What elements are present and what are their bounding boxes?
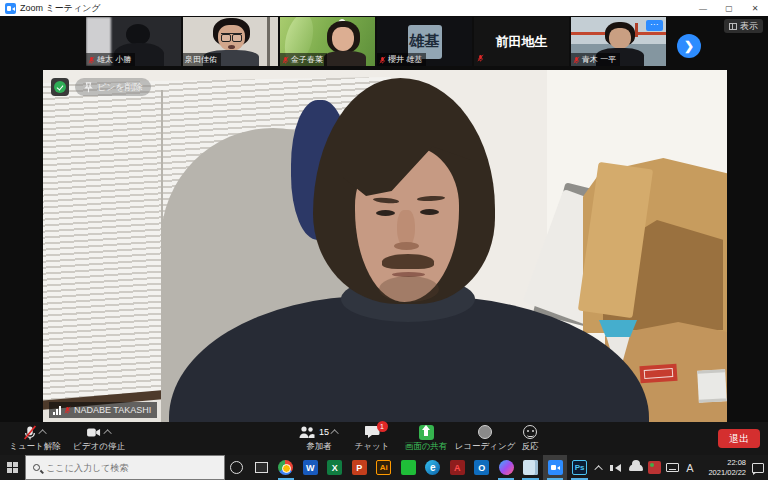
minimize-button[interactable]: — — [690, 0, 716, 16]
share-screen-icon — [419, 425, 434, 440]
taskbar-app-illustrator[interactable]: Ai — [372, 455, 396, 480]
speaker-face — [420, 209, 439, 215]
participant-name: 泉田佳佑 — [185, 54, 217, 65]
action-center-icon[interactable] — [750, 455, 766, 480]
tray-expand-chevron[interactable] — [592, 455, 608, 480]
chat-badge: 1 — [377, 421, 388, 432]
participants-chevron[interactable] — [330, 429, 338, 437]
chat-button[interactable]: 1 チャット — [352, 424, 392, 453]
glasses — [221, 33, 242, 39]
security-shield-icon[interactable] — [51, 78, 69, 96]
record-button[interactable]: レコーディング — [456, 424, 514, 453]
stop-video-button[interactable]: ビデオの停止 — [68, 424, 130, 453]
taskbar-search[interactable] — [25, 455, 224, 480]
next-page-button[interactable]: ❯ — [677, 34, 701, 58]
participant-name-label: 金子春菜 — [280, 53, 327, 66]
participant-name: 金子春菜 — [291, 54, 323, 65]
muted-mic-icon — [379, 55, 386, 65]
muted-mic-icon — [88, 55, 95, 65]
participant-face — [609, 28, 631, 49]
taskbar-app-acrobat[interactable]: A — [445, 455, 469, 480]
taskbar-app-line[interactable] — [396, 455, 420, 480]
notepad-icon — [523, 460, 538, 475]
participant-name-label: 雄太 小勝 — [86, 53, 135, 66]
illustrator-icon: Ai — [376, 460, 391, 475]
pin-icon — [83, 81, 94, 94]
word-icon: W — [303, 460, 318, 475]
mic-options-chevron[interactable] — [38, 429, 46, 437]
taskbar-app-edge[interactable]: e — [421, 455, 445, 480]
share-screen-label: 画面の共有 — [405, 441, 448, 453]
participant-thumbnail[interactable]: 雄太 小勝 — [86, 17, 181, 66]
task-view-button[interactable] — [249, 455, 273, 480]
onedrive-cloud-icon[interactable] — [628, 455, 644, 480]
record-icon — [478, 425, 492, 439]
taskbar-app-chrome[interactable] — [274, 455, 298, 480]
participant-thumbnail[interactable]: 泉田佳佑 — [183, 17, 278, 66]
participants-label: 参加者 — [306, 441, 332, 453]
camera-icon — [86, 426, 102, 439]
taskbar-app-photoshop[interactable]: Ps — [567, 455, 591, 480]
remove-pin-label: ピンを削除 — [97, 81, 143, 94]
unmute-button[interactable]: ミュート解除 — [6, 424, 64, 453]
taskbar-app-messenger[interactable] — [494, 455, 518, 480]
participants-icon — [299, 425, 315, 439]
close-button[interactable]: ✕ — [742, 0, 768, 16]
speaker-name-tag: NADABE TAKASHI — [49, 402, 157, 418]
search-input[interactable] — [46, 463, 216, 473]
view-button-label: 表示 — [740, 20, 758, 33]
participant-thumbnail[interactable]: 雄基 櫻井 雄基 — [377, 17, 472, 66]
start-button[interactable] — [0, 455, 25, 480]
participant-name: 雄太 小勝 — [97, 54, 131, 65]
edge-icon: e — [425, 460, 440, 475]
system-tray: A 22:08 2021/02/22 — [592, 455, 768, 480]
muted-mic-icon — [477, 53, 484, 63]
taskbar-clock[interactable]: 22:08 2021/02/22 — [700, 458, 748, 477]
participant-name: 櫻井 雄基 — [388, 54, 422, 65]
taskbar-app-excel[interactable]: X — [323, 455, 347, 480]
video-options-chevron[interactable] — [103, 429, 111, 437]
signal-bars-icon — [53, 406, 61, 415]
maximize-button[interactable]: ▢ — [716, 0, 742, 16]
speaker-face — [376, 210, 395, 216]
muted-mic-icon — [573, 55, 580, 65]
clock-time: 22:08 — [700, 458, 746, 467]
window-titlebar: Zoom ミーティング — ▢ ✕ — [0, 0, 768, 16]
participant-thumbnail[interactable]: 前田地生 — [474, 17, 569, 66]
messenger-icon — [499, 460, 514, 475]
touch-keyboard-icon[interactable] — [664, 455, 680, 480]
participants-button[interactable]: 15 参加者 — [290, 424, 348, 453]
volume-icon[interactable] — [610, 455, 626, 480]
participant-name: 青木 一平 — [582, 54, 616, 65]
zoom-meeting-window: Zoom ミーティング — ▢ ✕ 雄太 小勝 — [0, 0, 768, 480]
tray-app-icon[interactable] — [646, 455, 662, 480]
thumbnail-more-button[interactable]: ⋯ — [646, 20, 663, 31]
speaker-name: NADABE TAKASHI — [74, 405, 151, 415]
outlook-icon: O — [474, 460, 489, 475]
taskbar-app-notepad[interactable] — [518, 455, 542, 480]
ime-mode-indicator[interactable]: A — [682, 455, 698, 480]
reactions-button[interactable]: 反応 — [512, 424, 548, 453]
participant-thumbnail[interactable]: 金子春菜 — [280, 17, 375, 66]
muted-mic-icon — [282, 55, 289, 65]
unmute-label: ミュート解除 — [9, 441, 61, 453]
powerpoint-icon: P — [352, 460, 367, 475]
smiley-icon — [523, 425, 537, 439]
cortana-button[interactable] — [225, 455, 249, 480]
excel-icon: X — [327, 460, 342, 475]
remove-pin-button[interactable]: ピンを削除 — [75, 78, 151, 96]
participant-name: 前田地生 — [496, 33, 548, 51]
participant-name-label: 青木 一平 — [571, 53, 620, 66]
view-button[interactable]: 表示 — [724, 19, 763, 33]
taskbar-app-powerpoint[interactable]: P — [347, 455, 371, 480]
participant-silhouette — [324, 51, 366, 66]
participant-thumbnail[interactable]: ⋯ 青木 一平 — [571, 17, 666, 66]
taskbar-app-zoom[interactable] — [543, 455, 567, 480]
share-screen-button[interactable]: 画面の共有 — [398, 424, 454, 453]
main-speaker-video[interactable]: ピンを削除 NADABE TAKASHI — [43, 70, 727, 422]
box-label — [697, 369, 727, 402]
acrobat-icon: A — [450, 460, 465, 475]
taskbar-app-word[interactable]: W — [298, 455, 322, 480]
taskbar-app-outlook[interactable]: O — [469, 455, 493, 480]
leave-meeting-button[interactable]: 退出 — [718, 429, 760, 448]
